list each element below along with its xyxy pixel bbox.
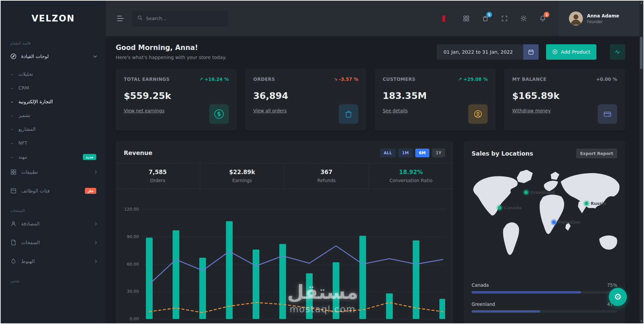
activity-button[interactable]: [610, 44, 625, 60]
total-earnings-card: TOTAL EARNINGS ↗ +16.24 % $559.25k View …: [116, 69, 237, 130]
shopping-bag-icon: [339, 104, 358, 124]
progress-bar: [472, 291, 617, 293]
sidebar-subitem-nft[interactable]: NFT: [1, 136, 106, 150]
layout-icon: [10, 187, 17, 194]
hot-badge: حار: [85, 188, 96, 194]
theme-toggle-button[interactable]: [516, 11, 531, 26]
scroll-down-arrow[interactable]: ▼: [639, 319, 643, 323]
sales-by-locations-card: Sales by Locations Export Report: [464, 141, 625, 323]
notifications-button[interactable]: 3: [535, 11, 550, 26]
apps-menu-button[interactable]: [459, 11, 474, 26]
topbar: 5 3 Anna Adame Founder: [106, 1, 643, 36]
wallet-icon: [598, 104, 617, 124]
location-row-canada: Canada 75%: [472, 282, 617, 293]
orders-card: ORDERS ↘ -3.57 % 36,894 View all orders: [245, 69, 366, 130]
calendar-icon: [523, 44, 539, 60]
compass-icon: [10, 53, 17, 60]
delta-badge: ↗ +29.08 %: [458, 76, 488, 82]
revenue-chart: 120.0090.0060.0030.000.00: [124, 197, 445, 323]
sidebar-section-components: عناصر: [1, 272, 106, 286]
progress-bar: [472, 310, 617, 313]
sidebar-subitem-crypto[interactable]: تشفير: [1, 108, 106, 122]
map-marker-russia[interactable]: Russia: [585, 201, 606, 206]
filter-1y-button[interactable]: 1Y: [432, 149, 445, 157]
revenue-filters: ALL 1M 6M 1Y: [380, 149, 445, 157]
language-flag-button[interactable]: [440, 11, 454, 26]
filter-1m-button[interactable]: 1M: [398, 149, 412, 157]
svg-text:30.00: 30.00: [127, 289, 139, 294]
marker-dot: [524, 191, 528, 194]
map-marker-canada[interactable]: Canada: [498, 205, 521, 210]
user-menu[interactable]: Anna Adame Founder: [559, 1, 643, 36]
fullscreen-button[interactable]: [497, 11, 512, 26]
filter-all-button[interactable]: ALL: [380, 149, 396, 157]
sun-icon: [520, 15, 527, 22]
export-report-button[interactable]: Export Report: [576, 149, 617, 158]
svg-text:120.00: 120.00: [124, 207, 139, 212]
sidebar-subitem-job[interactable]: مهنة جديد: [1, 150, 106, 164]
stat-value: 183.35M: [383, 91, 488, 101]
plus-circle-icon: [552, 49, 558, 55]
sidebar-item-authentication[interactable]: المصادقة: [1, 216, 106, 232]
chevron-right-icon: [94, 260, 97, 263]
chevron-right-icon: [94, 170, 97, 174]
see-details-link[interactable]: See details: [383, 108, 408, 113]
user-icon: [10, 220, 17, 227]
revenue-card: Revenue ALL 1M 6M 1Y 7,585Orders $22.89k…: [116, 141, 453, 323]
user-role: Founder: [587, 19, 619, 24]
grid-icon: [463, 15, 470, 22]
date-range-value: 01 Jan, 2022 to 31 Jan, 2022: [437, 44, 523, 60]
sidebar: VELZON قائمة الطعام لوحات القيادة تحليلا…: [1, 1, 106, 323]
search-box: [132, 11, 228, 26]
stat-cards-row: TOTAL EARNINGS ↗ +16.24 % $559.25k View …: [116, 69, 625, 130]
stat-value: $165.89k: [512, 91, 617, 101]
search-input[interactable]: [146, 16, 223, 21]
stat-value: 36,894: [253, 91, 358, 101]
sales-title: Sales by Locations: [472, 150, 533, 157]
sidebar-subitem-analytics[interactable]: تحليلات: [1, 67, 106, 81]
add-product-button[interactable]: Add Product: [546, 44, 596, 60]
map-marker-palestine[interactable]: Palestine: [552, 220, 580, 225]
scrollbar: ▲ ▼: [639, 1, 643, 323]
revenue-stats-row: 7,585Orders $22.89kEarnings 367Refunds 1…: [116, 163, 453, 189]
scroll-up-arrow[interactable]: ▲: [639, 1, 643, 5]
user-circle-icon: [468, 104, 488, 124]
droplet-icon: [10, 258, 17, 265]
world-map[interactable]: Canada Greenland Russia Palestine: [467, 164, 622, 275]
sidebar-subitem-projects[interactable]: المشاريع: [1, 122, 106, 136]
sidebar-item-dashboards[interactable]: لوحات القيادة: [1, 48, 106, 64]
world-map-svg: [467, 164, 622, 275]
filter-6m-button[interactable]: 6M: [415, 149, 429, 157]
svg-text:60.00: 60.00: [127, 262, 139, 267]
stat-value: $559.25k: [124, 91, 229, 101]
view-net-earnings-link[interactable]: View net earnings: [124, 108, 164, 113]
fullscreen-icon: [501, 15, 508, 22]
scrollbar-thumb[interactable]: [640, 37, 643, 69]
sidebar-item-landing[interactable]: الهبوط: [1, 253, 106, 269]
withdraw-money-link[interactable]: Withdraw money: [512, 108, 551, 113]
sidebar-item-layouts[interactable]: فئات الوظائف حار: [1, 183, 106, 199]
sidebar-subitem-crm[interactable]: CRM: [1, 81, 106, 95]
date-range-picker[interactable]: 01 Jan, 2022 to 31 Jan, 2022: [437, 44, 539, 60]
search-icon: [137, 15, 143, 22]
sidebar-section-pages: الصفحات: [1, 202, 106, 216]
pulse-icon: [614, 49, 621, 55]
page-header: Good Morning, Anna! Here's what's happen…: [116, 44, 625, 60]
page-title: Good Morning, Anna!: [116, 44, 226, 52]
hamburger-menu-icon[interactable]: [117, 16, 124, 21]
chevron-down-icon: [94, 54, 97, 58]
page-subtitle: Here's what's happening with your store …: [116, 55, 226, 60]
view-all-orders-link[interactable]: View all orders: [253, 108, 286, 113]
sidebar-item-pages[interactable]: الصفحات: [1, 234, 106, 251]
settings-fab[interactable]: ⚙: [609, 288, 627, 306]
main-content: Good Morning, Anna! Here's what's happen…: [106, 36, 643, 323]
map-marker-greenland[interactable]: Greenland: [524, 190, 555, 195]
dollar-circle-icon: $: [209, 104, 229, 124]
cart-button[interactable]: 5: [478, 11, 493, 26]
avatar: [569, 11, 583, 25]
app-logo[interactable]: VELZON: [1, 1, 106, 36]
user-name: Anna Adame: [587, 13, 619, 18]
sidebar-item-apps[interactable]: تطبيقات: [1, 164, 106, 180]
sidebar-subitem-ecommerce[interactable]: التجارة الإلكترونية: [1, 95, 106, 108]
new-badge: جديد: [83, 154, 96, 160]
